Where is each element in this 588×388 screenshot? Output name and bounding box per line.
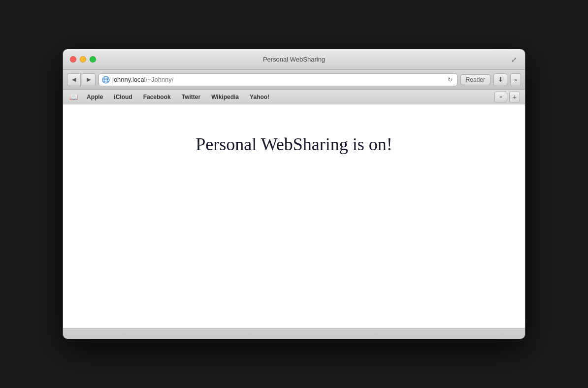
add-bookmark-button[interactable]: + bbox=[509, 92, 520, 102]
forward-icon: ▶ bbox=[87, 76, 91, 83]
close-button[interactable] bbox=[70, 56, 76, 63]
window-title: Personal WebSharing bbox=[263, 56, 325, 63]
address-bar[interactable]: johnny.local/~Johnny/ ↻ bbox=[98, 73, 457, 86]
refresh-button[interactable]: ↻ bbox=[446, 76, 454, 84]
traffic-lights bbox=[70, 56, 96, 63]
url-domain: johnny.local bbox=[112, 76, 146, 83]
overflow-icon: » bbox=[499, 94, 502, 99]
minimize-button[interactable] bbox=[80, 56, 86, 63]
url-path: /~Johnny/ bbox=[146, 76, 174, 83]
toolbar-more-icon: » bbox=[514, 77, 517, 83]
bookmark-facebook[interactable]: Facebook bbox=[138, 93, 176, 101]
bookmark-twitter[interactable]: Twitter bbox=[177, 93, 205, 101]
bookmarks-library-icon: 📖 bbox=[69, 93, 78, 101]
fullscreen-icon bbox=[511, 55, 517, 64]
fullscreen-button[interactable] bbox=[510, 56, 518, 64]
bookmarks-bar: 📖 Apple iCloud Facebook Twitter Wikipedi… bbox=[63, 90, 525, 104]
download-button[interactable]: ⬇ bbox=[493, 73, 507, 86]
bookmark-apple[interactable]: Apple bbox=[82, 93, 108, 101]
content-area: Personal WebSharing is on! bbox=[63, 104, 525, 328]
page-heading: Personal WebSharing is on! bbox=[196, 134, 392, 155]
bookmarks-overflow-button[interactable]: » bbox=[494, 92, 507, 102]
bookmarks-library-button[interactable]: 📖 bbox=[68, 92, 79, 102]
toolbar: ◀ ▶ johnny.local/~Johnny/ ↻ Reade bbox=[63, 70, 525, 90]
refresh-icon: ↻ bbox=[448, 76, 453, 83]
toolbar-more-button[interactable]: » bbox=[510, 73, 521, 86]
title-bar: Personal WebSharing bbox=[63, 49, 525, 70]
add-bookmark-icon: + bbox=[513, 93, 517, 101]
url-display[interactable]: johnny.local/~Johnny/ bbox=[112, 76, 444, 83]
download-icon: ⬇ bbox=[498, 76, 503, 83]
bookmark-yahoo[interactable]: Yahoo! bbox=[245, 93, 274, 101]
maximize-button[interactable] bbox=[90, 56, 96, 63]
globe-icon bbox=[102, 76, 110, 84]
nav-buttons: ◀ ▶ bbox=[67, 73, 96, 86]
bookmark-wikipedia[interactable]: Wikipedia bbox=[206, 93, 244, 101]
back-icon: ◀ bbox=[72, 76, 76, 83]
reader-label: Reader bbox=[466, 76, 485, 83]
bookmark-icloud[interactable]: iCloud bbox=[109, 93, 137, 101]
reader-button[interactable]: Reader bbox=[460, 74, 490, 85]
status-bar bbox=[63, 328, 525, 339]
bookmarks-overflow-area: » + bbox=[494, 92, 520, 102]
back-button[interactable]: ◀ bbox=[67, 73, 81, 86]
browser-window: Personal WebSharing ◀ ▶ johnny.l bbox=[63, 49, 525, 339]
forward-button[interactable]: ▶ bbox=[82, 73, 96, 86]
